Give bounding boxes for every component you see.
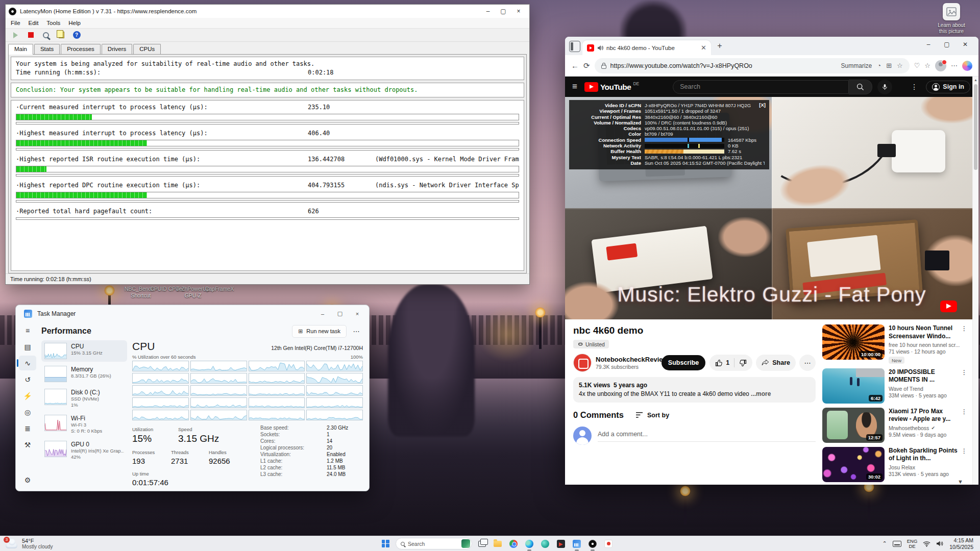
app-teal-button[interactable] bbox=[539, 538, 551, 550]
favorites-list-icon[interactable]: ☆ bbox=[924, 62, 930, 69]
refresh-icon[interactable]: ⟳ bbox=[583, 61, 590, 70]
nav-menu-icon[interactable]: ≡ bbox=[19, 323, 36, 338]
suggested-video-1[interactable]: 10:00:00 ⋮ 10 hours Neon Tunnel Screensa… bbox=[822, 324, 966, 364]
voice-search-button[interactable] bbox=[877, 80, 892, 94]
description-box[interactable]: 5.1K views 5 years ago 4x the unboxing o… bbox=[573, 377, 816, 403]
channel-avatar[interactable] bbox=[573, 354, 592, 372]
favorite-star-icon[interactable]: ☆ bbox=[897, 62, 903, 69]
help-button[interactable]: ? bbox=[71, 30, 82, 40]
overlay-close-button[interactable]: [X] bbox=[759, 102, 766, 108]
maximize-icon[interactable]: ▢ bbox=[331, 307, 349, 320]
new-tab-icon[interactable]: + bbox=[713, 39, 726, 53]
task-manager-button[interactable] bbox=[571, 538, 583, 550]
video-thumbnail[interactable]: 30:02 bbox=[822, 447, 885, 482]
address-bar[interactable]: https://www.youtube.com/watch?v=J-x8HPyQ… bbox=[595, 58, 910, 73]
browser-scrollbar[interactable]: ▲ bbox=[972, 77, 978, 485]
play-button[interactable] bbox=[10, 30, 21, 40]
youtube-watermark[interactable] bbox=[940, 300, 957, 312]
youtube-search-input[interactable]: Search bbox=[673, 80, 849, 94]
browser-essentials-icon[interactable]: ♡ bbox=[914, 62, 920, 69]
settings-gear-icon[interactable]: ⚙ bbox=[19, 472, 36, 487]
tab-stats[interactable]: Stats bbox=[34, 44, 60, 54]
thumbs-up-icon[interactable] bbox=[715, 359, 723, 367]
tab-actions-icon[interactable] bbox=[569, 41, 580, 52]
share-button[interactable]: Share bbox=[756, 355, 796, 371]
video-kebab-icon[interactable]: ⋮ bbox=[961, 325, 967, 332]
volume-icon[interactable] bbox=[936, 540, 944, 547]
summarize-button[interactable]: Summarize bbox=[841, 62, 872, 69]
sign-in-button[interactable]: Sign in bbox=[926, 81, 970, 93]
more-actions-icon[interactable]: ⋯ bbox=[799, 355, 816, 371]
tab-main[interactable]: Main bbox=[8, 44, 33, 55]
copilot-page-icon[interactable]: ◔ bbox=[877, 62, 881, 69]
sidebar-item-cpu[interactable]: CPU 15% 3.15 GHz bbox=[41, 340, 127, 362]
profile-avatar[interactable] bbox=[935, 60, 946, 71]
video-thumbnail[interactable]: 10:00:00 bbox=[822, 324, 885, 360]
channel-name[interactable]: NotebookcheckReviews bbox=[596, 356, 654, 364]
language-switcher[interactable]: ENG DE bbox=[907, 539, 918, 549]
sort-by-button[interactable]: Sort by bbox=[636, 412, 669, 419]
more-options-icon[interactable]: ⋯ bbox=[350, 325, 363, 337]
browser-tab[interactable]: nbc 4k60 demo - YouTube ✕ bbox=[582, 40, 711, 55]
scroll-down-icon[interactable]: ▼ bbox=[958, 479, 963, 485]
tab-close-icon[interactable]: ✕ bbox=[701, 44, 706, 52]
suggested-video-3[interactable]: 12:57 ⋮ Xiaomi 17 Pro Max review - Apple… bbox=[822, 408, 966, 443]
nav-processes-icon[interactable]: ▤ bbox=[19, 339, 36, 354]
weather-widget[interactable]: 3 54°F Mostly cloudy bbox=[0, 536, 58, 551]
picture-icon[interactable] bbox=[943, 3, 960, 20]
video-player[interactable]: [X] Video ID / sCPNJ-x8HPyQROo / YH1P 7N… bbox=[565, 97, 978, 319]
nav-users-icon[interactable]: ◎ bbox=[19, 405, 36, 419]
split-screen-icon[interactable]: ⊞ bbox=[886, 62, 892, 69]
nav-details-icon[interactable]: ≣ bbox=[19, 421, 36, 436]
task-view-button[interactable] bbox=[476, 538, 488, 550]
wifi-icon[interactable] bbox=[923, 541, 930, 547]
search-button[interactable] bbox=[849, 80, 872, 94]
close-icon[interactable]: × bbox=[511, 6, 526, 17]
report-button[interactable] bbox=[56, 30, 67, 40]
scroll-up-icon[interactable]: ▲ bbox=[973, 77, 978, 83]
browser-menu-icon[interactable]: ⋯ bbox=[951, 62, 958, 69]
nav-services-icon[interactable]: ⚒ bbox=[19, 437, 36, 452]
taskmanager-titlebar[interactable]: Task Manager – ▢ × bbox=[16, 305, 369, 322]
minimize-icon[interactable]: – bbox=[480, 6, 496, 17]
run-new-task-button[interactable]: ⊞ Run new task bbox=[292, 325, 347, 338]
maximize-icon[interactable]: ▢ bbox=[938, 37, 956, 52]
sidebar-item-wifi[interactable]: Wi-Fi Wi-Fi 3 S: 0 R: 0 Kbps bbox=[41, 412, 127, 437]
youtube-logo[interactable]: YouTube DE bbox=[584, 82, 639, 92]
suggested-video-4[interactable]: 30:02 ⋮ Bokeh Sparkling Points of Light … bbox=[822, 447, 966, 482]
sidebar-item-memory[interactable]: Memory 8.3/31.7 GB (26%) bbox=[41, 363, 127, 385]
tab-drivers[interactable]: Drivers bbox=[102, 44, 132, 54]
minimize-icon[interactable]: – bbox=[314, 307, 331, 320]
touch-keyboard-icon[interactable] bbox=[893, 541, 901, 547]
sidebar-item-gpu[interactable]: GPU 0 Intel(R) Iris(R) Xe Grap... 42% bbox=[41, 438, 127, 463]
close-icon[interactable]: ✕ bbox=[956, 37, 974, 52]
scrollbar-thumb[interactable] bbox=[974, 84, 977, 170]
thumbs-down-icon[interactable] bbox=[739, 359, 747, 367]
sidebar-item-disk[interactable]: Disk 0 (C:) SSD (NVMe) 1% bbox=[41, 386, 127, 411]
menu-help[interactable]: Help bbox=[68, 20, 81, 26]
media-app-button[interactable] bbox=[602, 538, 615, 550]
tray-chevron-icon[interactable]: ⌃ bbox=[882, 540, 887, 547]
tab-cpus[interactable]: CPUs bbox=[133, 44, 161, 54]
capframex-button[interactable] bbox=[555, 538, 567, 550]
minimize-icon[interactable]: – bbox=[919, 37, 938, 52]
video-kebab-icon[interactable]: ⋮ bbox=[961, 408, 967, 415]
learn-about-picture[interactable]: Learn about this picture bbox=[931, 3, 972, 35]
video-thumbnail[interactable]: 6:42 bbox=[822, 368, 885, 404]
video-kebab-icon[interactable]: ⋮ bbox=[961, 447, 967, 455]
add-comment-input[interactable]: Add a comment... bbox=[598, 427, 816, 442]
latencymon-titlebar[interactable]: LatencyMon (Home Edition ) v 7.31 - http… bbox=[6, 5, 529, 18]
video-kebab-icon[interactable]: ⋮ bbox=[961, 369, 967, 376]
analyze-button[interactable] bbox=[40, 30, 52, 40]
show-more-link[interactable]: ...more bbox=[751, 390, 771, 397]
maximize-icon[interactable]: ▢ bbox=[496, 6, 511, 17]
close-icon[interactable]: × bbox=[349, 307, 366, 320]
subscribe-button[interactable]: Subscribe bbox=[662, 355, 705, 370]
masthead-kebab-icon[interactable]: ⋮ bbox=[911, 83, 918, 91]
latencymon-button[interactable] bbox=[586, 538, 599, 550]
tab-processes[interactable]: Processes bbox=[61, 44, 101, 54]
stop-button[interactable] bbox=[25, 30, 36, 40]
clock[interactable]: 4:15 AM 10/5/2025 bbox=[949, 537, 973, 550]
chrome-button[interactable] bbox=[507, 538, 520, 550]
like-dislike-pill[interactable]: 1 bbox=[709, 355, 752, 371]
